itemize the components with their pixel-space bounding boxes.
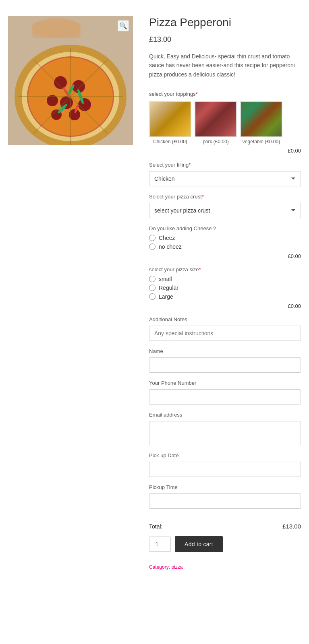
- svg-rect-2: [32, 22, 81, 38]
- pickup-time-input[interactable]: [149, 493, 301, 509]
- product-top: 🔍 Pizza Pepperoni £13.00 Quick, Easy and…: [8, 16, 301, 570]
- phone-section: Your Phone Number: [149, 380, 301, 405]
- cheese-label: Do you like adding Cheese ?: [149, 225, 301, 231]
- product-description: Quick, Easy and Delicious- special thin …: [149, 52, 301, 79]
- cheese-radio-nocheez[interactable]: [149, 244, 156, 250]
- zoom-button[interactable]: 🔍: [118, 20, 129, 31]
- phone-input[interactable]: [149, 389, 301, 405]
- toppings-price: £0.00: [149, 148, 301, 154]
- crust-section: Select your pizza crust* select your piz…: [149, 194, 301, 218]
- topping-pork[interactable]: pork (£0.00): [195, 101, 237, 144]
- add-to-cart-button[interactable]: Add to cart: [175, 536, 223, 552]
- total-label: Total:: [149, 523, 162, 530]
- crust-label: Select your pizza crust*: [149, 194, 301, 200]
- size-radio-group: small Regular Large: [149, 276, 301, 300]
- topping-pork-label: pork (£0.00): [203, 139, 229, 144]
- total-row: Total: £13.00: [149, 517, 301, 530]
- name-label: Name: [149, 348, 301, 354]
- size-section: select your pizza size* small Regular La…: [149, 266, 301, 309]
- size-option-large[interactable]: Large: [149, 293, 301, 300]
- toppings-label: select your toppings*: [149, 91, 301, 97]
- product-details: Pizza Pepperoni £13.00 Quick, Easy and D…: [149, 16, 301, 570]
- product-image: [8, 16, 133, 145]
- cheese-radio-cheez[interactable]: [149, 235, 156, 241]
- pickup-date-label: Pick up Date: [149, 452, 301, 458]
- category-value: pizza: [171, 564, 182, 570]
- product-title: Pizza Pepperoni: [149, 16, 301, 29]
- pickup-time-label: Pickup Time: [149, 484, 301, 490]
- pickup-time-section: Pickup Time: [149, 484, 301, 509]
- notes-section: Additional Notes: [149, 316, 301, 341]
- cheese-option-cheez[interactable]: Cheez: [149, 235, 301, 241]
- cheese-nocheez-label: no cheez: [159, 244, 182, 250]
- total-value: £13.00: [282, 523, 301, 530]
- cheese-cheez-label: Cheez: [159, 235, 175, 241]
- toppings-grid: Chicken (£0.00) pork (£0.00) vegetable (…: [149, 101, 301, 144]
- size-small-label: small: [159, 276, 172, 282]
- pickup-date-section: Pick up Date: [149, 452, 301, 477]
- size-radio-large[interactable]: [149, 293, 156, 300]
- cheese-radio-group: Cheez no cheez: [149, 235, 301, 250]
- size-label: select your pizza size*: [149, 266, 301, 272]
- notes-input[interactable]: [149, 326, 301, 341]
- size-large-label: Large: [159, 293, 173, 300]
- email-section: Email address: [149, 412, 301, 445]
- filling-select[interactable]: Chicken Beef Vegetarian: [149, 171, 301, 186]
- product-image-container: 🔍: [8, 16, 133, 145]
- cheese-section: Do you like adding Cheese ? Cheez no che…: [149, 225, 301, 259]
- notes-label: Additional Notes: [149, 316, 301, 322]
- topping-chicken[interactable]: Chicken (£0.00): [149, 101, 191, 144]
- size-radio-small[interactable]: [149, 276, 156, 282]
- cart-row: Add to cart: [149, 536, 301, 552]
- quantity-input[interactable]: [149, 537, 170, 551]
- crust-select[interactable]: select your pizza crust Thin crust Thick…: [149, 203, 301, 218]
- email-input[interactable]: [149, 421, 301, 445]
- topping-vegetable-label: vegetable (£0.00): [243, 139, 280, 144]
- size-regular-label: Regular: [159, 285, 178, 291]
- svg-point-10: [78, 98, 91, 111]
- name-section: Name: [149, 348, 301, 373]
- filling-section: Select your filling* Chicken Beef Vegeta…: [149, 162, 301, 186]
- topping-chicken-label: Chicken (£0.00): [153, 139, 187, 144]
- pickup-date-input[interactable]: [149, 462, 301, 477]
- product-price: £13.00: [149, 35, 301, 44]
- size-option-regular[interactable]: Regular: [149, 285, 301, 291]
- cheese-price: £0.00: [149, 253, 301, 259]
- filling-label: Select your filling*: [149, 162, 301, 168]
- category-line: Category: pizza: [149, 564, 301, 570]
- size-option-small[interactable]: small: [149, 276, 301, 282]
- email-label: Email address: [149, 412, 301, 418]
- quantity-box: [149, 537, 171, 552]
- toppings-section: select your toppings* Chicken (£0.00) po…: [149, 91, 301, 154]
- cheese-option-nocheez[interactable]: no cheez: [149, 244, 301, 250]
- size-radio-regular[interactable]: [149, 285, 156, 291]
- size-price: £0.00: [149, 303, 301, 309]
- name-input[interactable]: [149, 357, 301, 373]
- phone-label: Your Phone Number: [149, 380, 301, 386]
- topping-vegetable[interactable]: vegetable (£0.00): [240, 101, 282, 144]
- category-label: Category:: [149, 564, 170, 570]
